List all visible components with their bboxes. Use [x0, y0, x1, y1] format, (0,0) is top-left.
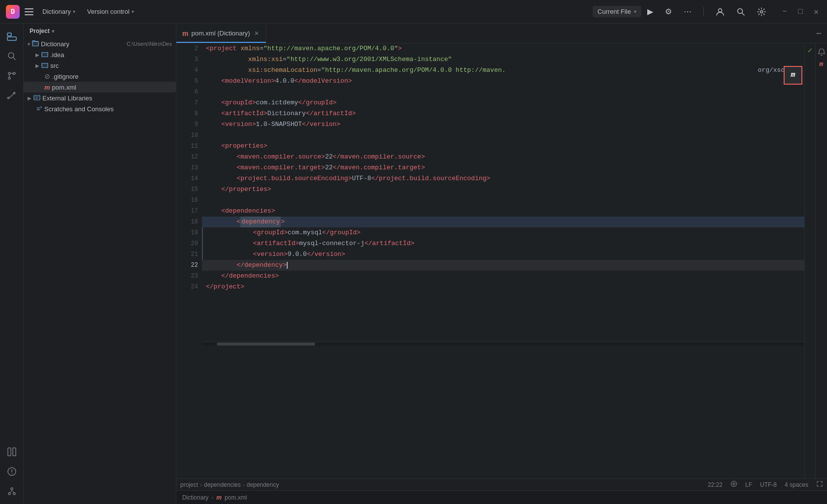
- close-button[interactable]: ✕: [811, 7, 821, 17]
- code-line-21: <version>9.0.0</version>: [202, 249, 804, 260]
- code-line-12: <maven.compiler.source>22</maven.compile…: [202, 152, 804, 162]
- more-button[interactable]: ⋯: [682, 5, 694, 18]
- debug-button[interactable]: ⚙: [663, 5, 674, 18]
- version-control-button[interactable]: Version control ▾: [83, 6, 138, 17]
- maven-sync-button[interactable]: m: [784, 66, 802, 85]
- breadcrumb-dependencies[interactable]: dependencies: [204, 481, 241, 488]
- status-indent[interactable]: 4 spaces: [785, 481, 808, 488]
- tab-pom-xml[interactable]: m pom.xml (Dictionary) ✕: [176, 24, 266, 43]
- line-num-13: 13: [176, 162, 198, 173]
- code-line-16: [202, 195, 804, 206]
- line-num-2: 2: [176, 43, 198, 54]
- code-line-8: <artifactId>Dictionary</artifactId>: [202, 108, 804, 119]
- tab-more-button[interactable]: ⋯: [810, 24, 827, 43]
- toolbar-controls: ▶ ⚙ ⋯ − □ ✕: [645, 5, 821, 18]
- bottom-file[interactable]: pom.xml: [225, 494, 247, 501]
- code-line-9: <version>1.0-SNAPSHOT</version>: [202, 119, 804, 130]
- current-file-selector[interactable]: Current File ▾: [593, 6, 641, 17]
- maximize-button[interactable]: □: [795, 7, 805, 17]
- tree-item-scratches[interactable]: ≡° Scratches and Consoles: [24, 103, 176, 114]
- settings-button[interactable]: [755, 5, 768, 18]
- status-expand[interactable]: [816, 480, 823, 489]
- activity-icon-search[interactable]: [3, 47, 21, 65]
- code-line-19: <groupId>com.mysql</groupId>: [202, 227, 804, 238]
- tree-chevron-dictionary: ▾: [28, 41, 30, 47]
- breadcrumb-dependency[interactable]: dependency: [247, 481, 279, 488]
- code-line-22: 💡 </dependency>: [202, 260, 804, 271]
- editor-area: m pom.xml (Dictionary) ✕ ⋯ 2 3 4 5 6 7 8…: [176, 24, 827, 504]
- project-label: Project: [30, 28, 50, 34]
- tree-item-src[interactable]: ▶ src: [24, 60, 176, 71]
- code-line-13: <maven.compiler.target>22</maven.compile…: [202, 162, 804, 173]
- code-content[interactable]: <project xmlns="http://maven.apache.org/…: [202, 43, 804, 478]
- tab-spacer: [266, 24, 811, 43]
- sidebar-header: Project ▾: [24, 24, 176, 38]
- breadcrumb-sep-2: ›: [243, 481, 245, 488]
- code-line-3: xmlns:xsi="http://www.w3.org/2001/XMLSch…: [202, 54, 804, 65]
- code-editor[interactable]: 2 3 4 5 6 7 8 9 10 11 12 13 14 15 16 17 …: [176, 43, 827, 478]
- line-numbers: 2 3 4 5 6 7 8 9 10 11 12 13 14 15 16 17 …: [176, 43, 202, 478]
- status-track-changes[interactable]: [730, 480, 737, 489]
- app-name-label: Dictionary: [42, 8, 71, 15]
- bottom-project[interactable]: Dictionary: [182, 494, 208, 501]
- code-line-10: [202, 130, 804, 141]
- tree-item-gitignore[interactable]: ⊘ .gitignore: [24, 71, 176, 82]
- version-control-label: Version control: [87, 8, 130, 15]
- status-position[interactable]: 22:22: [708, 481, 723, 488]
- activity-icon-git[interactable]: [3, 67, 21, 85]
- project-title[interactable]: Project ▾: [30, 28, 54, 34]
- breadcrumb: project › dependencies › dependency: [180, 481, 279, 488]
- minimize-button[interactable]: −: [780, 7, 790, 17]
- app-name-button[interactable]: Dictionary ▾: [38, 6, 79, 17]
- tab-maven-icon: m: [182, 30, 188, 37]
- line-num-18: 18: [176, 217, 198, 227]
- tree-item-pom[interactable]: m pom.xml: [24, 82, 176, 93]
- code-line-15: </properties>: [202, 184, 804, 195]
- activity-icon-run[interactable]: [3, 443, 21, 461]
- bottom-file-label: pom.xml: [225, 494, 247, 501]
- profile-button[interactable]: [714, 5, 727, 18]
- tree-item-dictionary[interactable]: ▾ Dictionary C:\Users\Nitro\Des: [24, 38, 176, 49]
- hamburger-menu[interactable]: [24, 6, 34, 17]
- activity-icon-explorer[interactable]: [3, 28, 21, 45]
- right-panel-notifications[interactable]: [817, 47, 827, 57]
- code-line-2: <project xmlns="http://maven.apache.org/…: [202, 43, 804, 54]
- run-button[interactable]: ▶: [645, 5, 655, 18]
- line-num-7: 7: [176, 97, 198, 108]
- scrollbar-thumb[interactable]: [217, 343, 315, 346]
- activity-icon-problems[interactable]: [3, 463, 21, 480]
- status-line-ending[interactable]: LF: [745, 481, 752, 488]
- code-line-17: <dependencies>: [202, 206, 804, 217]
- app-logo: D: [6, 5, 20, 19]
- search-button[interactable]: [734, 5, 747, 18]
- folder-icon-idea: [41, 51, 48, 59]
- tree-item-idea[interactable]: ▶ .idea: [24, 49, 176, 60]
- activity-icon-tools[interactable]: [3, 87, 21, 104]
- tab-close-button[interactable]: ✕: [253, 29, 260, 38]
- svg-point-0: [719, 8, 722, 12]
- tree-chevron-idea: ▶: [35, 52, 39, 58]
- status-bar: project › dependencies › dependency 22:2…: [176, 478, 827, 490]
- line-num-19: 19: [176, 227, 198, 238]
- tree-item-external-libs[interactable]: ▶ External Libraries: [24, 93, 176, 103]
- tree-label-gitignore: .gitignore: [52, 73, 172, 80]
- bottom-maven-icon[interactable]: m: [216, 494, 222, 501]
- maven-icon-pom: m: [44, 84, 50, 91]
- code-line-7: <groupId>com.ictdemy</groupId>: [202, 97, 804, 108]
- tree-label-scratches: Scratches and Consoles: [44, 105, 172, 113]
- tree-chevron-ext: ▶: [28, 95, 32, 101]
- status-encoding[interactable]: UTF-8: [760, 481, 777, 488]
- horizontal-scrollbar[interactable]: [202, 342, 804, 346]
- line-num-15: 15: [176, 184, 198, 195]
- scratches-icon: ≡°: [36, 105, 42, 112]
- right-panel-maven[interactable]: m: [817, 59, 827, 69]
- activity-icon-git-bottom[interactable]: [3, 482, 21, 500]
- line-num-5: 5: [176, 76, 198, 87]
- folder-icon-src: [41, 62, 48, 70]
- tree-path-dictionary: C:\Users\Nitro\Des: [127, 41, 172, 47]
- line-num-22: 22: [176, 260, 198, 271]
- breadcrumb-project[interactable]: project: [180, 481, 198, 488]
- line-num-4: 4: [176, 65, 198, 76]
- tree-chevron-src: ▶: [35, 63, 39, 68]
- svg-point-13: [8, 493, 10, 495]
